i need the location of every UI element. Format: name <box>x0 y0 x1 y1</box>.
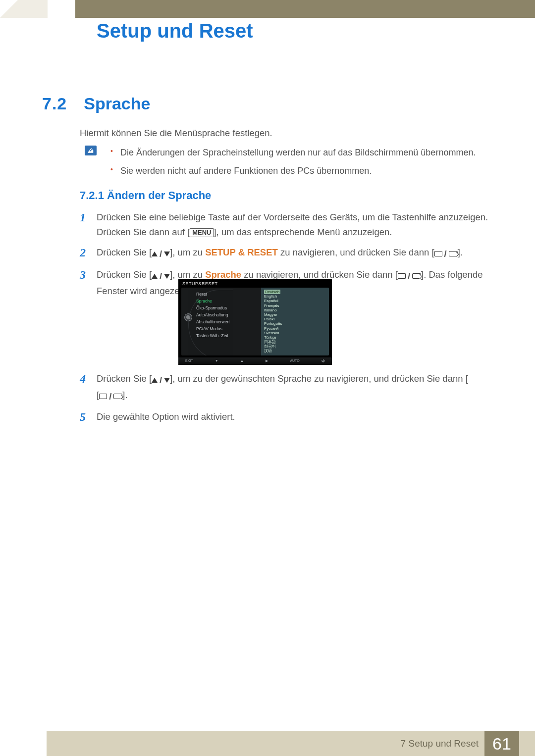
osd-menu-item: Reset <box>196 291 257 298</box>
osd-menu: Reset Sprache Öko-Sparmodus AutoAbschalt… <box>181 288 261 355</box>
osd-lang-item: Türkçe <box>264 335 326 340</box>
step-number: 3 <box>80 265 86 284</box>
osd-footer: EXIT ▼ ▲ ▶ AUTO ⏻ <box>178 357 332 364</box>
right-icon: ▶ <box>264 359 270 363</box>
step-number: 2 <box>80 243 86 262</box>
osd-lang-item: Magyar <box>264 312 326 317</box>
osd-footer-auto: AUTO <box>288 359 301 362</box>
subsection-title: 7.2.1 Ändern der Sprache <box>80 189 211 202</box>
section-number: 7.2 <box>42 94 67 113</box>
gear-icon <box>184 313 192 321</box>
osd-menu-item: AutoAbschaltung <box>196 311 257 318</box>
step-number: 4 <box>80 369 86 388</box>
osd-lang-item: Polski <box>264 317 326 321</box>
source-enter-icon: / <box>434 247 458 261</box>
note-item: Sie werden nicht auf andere Funktionen d… <box>110 165 490 177</box>
step-item: 4 Drücken Sie [/], um zu der gewünschten… <box>80 371 490 403</box>
osd-footer-exit: EXIT <box>183 359 195 362</box>
source-enter-icon: / <box>99 389 122 404</box>
step-item: 1 Drücken Sie eine beliebige Taste auf d… <box>80 210 490 239</box>
osd-lang-item: Français <box>264 303 326 308</box>
step-item: 5 Die gewählte Option wird aktiviert. <box>80 409 490 424</box>
up-down-icon: / <box>152 247 170 261</box>
note-list: Die Änderungen der Spracheinstellung wer… <box>110 147 490 177</box>
osd-menu-item: PC/AV-Modus <box>196 325 257 332</box>
note-item: Die Änderungen der Spracheinstellung wer… <box>110 147 490 159</box>
chapter-tab <box>48 0 75 28</box>
page-footer: 7 Setup und Reset 61 <box>47 731 535 756</box>
power-icon: ⏻ <box>320 359 327 362</box>
osd-menu-item-active: Sprache <box>196 298 257 304</box>
header-bar <box>0 0 535 18</box>
osd-screenshot: SETUP&RESET Reset Sprache Öko-Sparmodus … <box>178 279 332 365</box>
osd-lang-item: 日本語 <box>264 340 326 344</box>
section-title: Sprache <box>84 94 150 113</box>
page-corner-fold <box>0 0 48 18</box>
chapter-title: Setup und Reset <box>97 20 253 42</box>
osd-title: SETUP&RESET <box>178 279 332 288</box>
osd-lang-item: English <box>264 294 326 299</box>
osd-lang-item: Русский <box>264 326 326 331</box>
section-intro: Hiermit können Sie die Menüsprache festl… <box>80 128 272 139</box>
up-down-icon: / <box>152 373 170 388</box>
step-number: 5 <box>80 407 86 426</box>
osd-lang-item: Español <box>264 299 326 303</box>
up-icon: ▲ <box>238 359 246 362</box>
osd-lang-item: Português <box>264 321 326 326</box>
footer-chapter-ref: 7 Setup und Reset <box>401 738 479 749</box>
up-down-icon: / <box>152 269 170 284</box>
menu-key-label: MENU <box>190 228 214 237</box>
step-item: 2 Drücken Sie [/], um zu SETUP & RESET z… <box>80 245 490 261</box>
osd-menu-item: Tasten-Wdh.-Zeit <box>196 332 257 339</box>
osd-lang-item: Italiano <box>264 308 326 312</box>
osd-lang-item: 汉语 <box>264 349 326 353</box>
osd-menu-item: Abschalttimerwert <box>196 318 257 325</box>
osd-menu-item: Öko-Sparmodus <box>196 304 257 311</box>
step-number: 1 <box>80 208 86 227</box>
page-number: 61 <box>484 731 519 756</box>
osd-lang-item: 한국어 <box>264 344 326 349</box>
down-icon: ▼ <box>213 359 220 362</box>
keyword-sprache: Sprache <box>205 269 241 280</box>
osd-language-list: Deutsch English Español Français Italian… <box>261 288 329 355</box>
keyword-setup-reset: SETUP & RESET <box>205 247 278 257</box>
osd-lang-selected: Deutsch <box>264 290 280 294</box>
osd-lang-item: Svenska <box>264 331 326 335</box>
note-icon <box>85 146 97 155</box>
source-enter-icon: / <box>398 269 421 284</box>
